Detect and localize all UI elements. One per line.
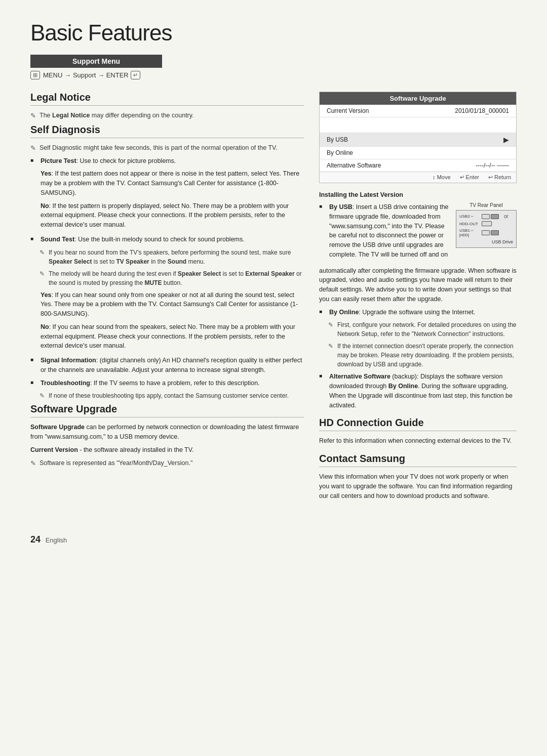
picture-test-no: No: If the test pattern is properly disp… — [30, 201, 304, 230]
installing-title: Installing the Latest Version — [319, 191, 517, 198]
by-online-note1: First, configure your network. For detai… — [319, 320, 517, 339]
contact-samsung-section: Contact Samsung View this information wh… — [319, 453, 517, 500]
sound-test-item: Sound Test: Use the built-in melody soun… — [30, 235, 304, 244]
sw-row-current: Current Version 2010/01/18_000001 — [320, 105, 516, 117]
page-number: 24 — [30, 534, 41, 544]
usb-drive-label: USB Drive — [459, 239, 513, 244]
sw-upgrade-footer: ↕ Move ↵ Enter ↩ Return — [320, 172, 516, 183]
by-online-note2: If the internet connection doesn't opera… — [319, 342, 517, 369]
sw-value-alternative: ----/--/-- ------ — [476, 162, 509, 169]
port-row-hdmi: HDD-OUT — [459, 221, 492, 226]
software-upgrade-title: Software Upgrade — [30, 403, 304, 417]
signal-info-item: Signal Information: (digital channels on… — [30, 356, 304, 375]
sound-test-note2: The melody will be heard during the test… — [30, 269, 304, 287]
sw-label-usb: By USB — [327, 136, 348, 143]
right-column: Software Upgrade Current Version 2010/01… — [319, 92, 517, 504]
sw-row-alternative: Alternative Software ----/--/-- ------ — [320, 159, 516, 172]
sw-value-current: 2010/01/18_000001 — [455, 107, 509, 114]
by-usb-item: By USB: Insert a USB drive containing th… — [319, 202, 451, 260]
support-menu-bar: Support Menu — [30, 55, 162, 68]
by-online-item: By Online: Upgrade the software using th… — [319, 308, 517, 317]
footer-return: ↩ Return — [488, 174, 511, 181]
footer-enter: ↵ Enter — [460, 174, 479, 181]
software-upgrade-current: Current Version - the software already i… — [30, 445, 304, 455]
installing-section: Installing the Latest Version By USB: In… — [319, 191, 517, 410]
menu-instruction: ⊞ MENU → Support → ENTER ↵ — [30, 71, 517, 79]
legal-notice-title: Legal Notice — [30, 92, 304, 106]
main-title: Basic Features — [30, 20, 517, 46]
alternative-item: Alternative Software (backup): Displays … — [319, 372, 517, 410]
software-upgrade-box: Software Upgrade Current Version 2010/01… — [319, 92, 517, 183]
by-usb-row: By USB: Insert a USB drive containing th… — [319, 202, 517, 263]
menu-instruction-text: MENU — [43, 71, 62, 79]
sw-arrow-usb: ▶ — [503, 136, 509, 144]
self-diagnosis-intro: Self Diagnostic might take few seconds, … — [30, 143, 304, 153]
enter-icon: ↵ — [131, 71, 140, 79]
tv-diagram-inner: USB2↔ or HDD-OUT — [456, 210, 517, 248]
hd-connection-title: HD Connection Guide — [319, 417, 517, 431]
self-diagnosis-section: Self Diagnosis Self Diagnostic might tak… — [30, 124, 304, 401]
footer-move: ↕ Move — [433, 174, 450, 181]
self-diagnosis-title: Self Diagnosis — [30, 124, 304, 138]
sw-label-current: Current Version — [327, 107, 369, 114]
picture-test-yes: Yes: If the test pattern does not appear… — [30, 169, 304, 197]
sw-label-online: By Online — [327, 149, 353, 156]
port-row-usb1: USB1↔[HDD] — [459, 228, 499, 237]
page-container: Basic Features Support Menu ⊞ MENU → Sup… — [0, 0, 547, 756]
port-row-usb2: USB2↔ or — [459, 214, 509, 219]
troubleshooting-note: If none of these troubleshooting tips ap… — [30, 391, 304, 400]
sound-test-yes: Yes: If you can hear sound only from one… — [30, 290, 304, 319]
legal-notice-section: Legal Notice The Legal Notice may differ… — [30, 92, 304, 120]
sw-row-online: By Online — [320, 147, 516, 159]
by-usb-text: By USB: Insert a USB drive containing th… — [319, 202, 451, 263]
picture-test-item: Picture Test: Use to check for picture p… — [30, 156, 304, 166]
hd-connection-desc: Refer to this information when connectin… — [319, 436, 517, 446]
tv-diagram: TV Rear Panel USB2↔ or — [456, 202, 517, 248]
sw-label-alternative: Alternative Software — [327, 162, 381, 169]
sound-test-note1: If you hear no sound from the TV's speak… — [30, 248, 304, 266]
page-language: English — [46, 536, 67, 544]
sw-row-empty — [320, 117, 516, 133]
software-upgrade-section: Software Upgrade Software Upgrade can be… — [30, 403, 304, 468]
sw-row-usb: By USB ▶ — [320, 133, 516, 147]
software-upgrade-para1: Software Upgrade can be performed by net… — [30, 423, 304, 442]
troubleshooting-item: Troubleshooting: If the TV seems to have… — [30, 379, 304, 388]
legal-notice-note: The Legal Notice may differ depending on… — [30, 111, 304, 120]
contact-samsung-desc: View this information when your TV does … — [319, 472, 517, 500]
hd-connection-section: HD Connection Guide Refer to this inform… — [319, 417, 517, 446]
sound-test-no: No: If you can hear sound from the speak… — [30, 322, 304, 351]
sw-upgrade-header: Software Upgrade — [320, 92, 516, 105]
tv-rear-label: TV Rear Panel — [456, 202, 517, 208]
two-column-layout: Legal Notice The Legal Notice may differ… — [30, 92, 517, 504]
by-usb-continued: automatically after completing the firmw… — [319, 266, 517, 304]
software-upgrade-note: Software is represented as "Year/Month/D… — [30, 458, 304, 468]
footer: 24 English — [30, 534, 517, 545]
sw-upgrade-body: Current Version 2010/01/18_000001 By USB… — [320, 105, 516, 172]
menu-icon: ⊞ — [30, 71, 40, 79]
contact-samsung-title: Contact Samsung — [319, 453, 517, 467]
left-column: Legal Notice The Legal Notice may differ… — [30, 92, 304, 471]
